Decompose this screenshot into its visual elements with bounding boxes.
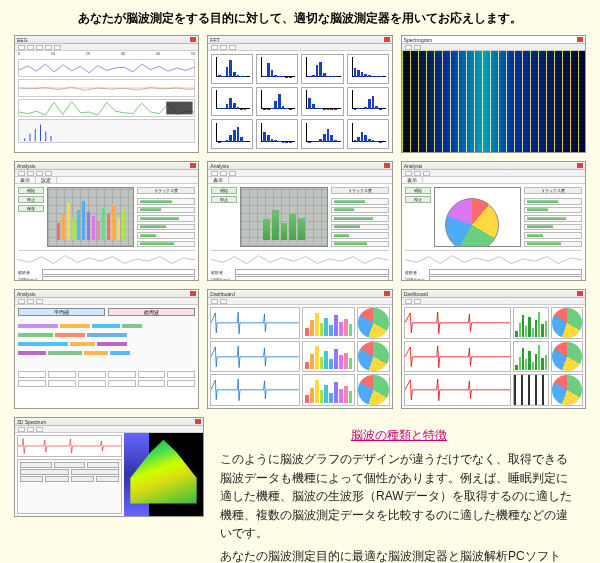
close-icon	[577, 291, 583, 296]
svg-rect-4	[30, 134, 31, 141]
svg-rect-3	[24, 138, 25, 141]
close-icon	[384, 163, 390, 168]
spectrogram-heatmap	[402, 51, 585, 152]
stop-button[interactable]: 停止	[18, 196, 44, 203]
close-icon	[577, 163, 583, 168]
screenshot-eeg-waves: EEG 01020304050	[14, 35, 199, 153]
link-brainwave-types[interactable]: 脳波の種類と特徴	[220, 425, 578, 444]
start-button[interactable]: 開始	[18, 187, 44, 194]
pie-chart	[445, 198, 499, 247]
svg-rect-2	[19, 120, 194, 142]
window-title: EEG	[17, 37, 28, 43]
close-icon	[190, 291, 196, 296]
close-icon	[190, 37, 196, 42]
screenshot-pie: Analysis 表示 開始停止 リラックス度 被験者記録データ	[401, 161, 586, 281]
close-icon	[577, 37, 583, 42]
close-icon	[384, 37, 390, 42]
screenshot-grid: EEG 01020304050 FFT Spectrogram	[14, 35, 586, 409]
description-block: 脳波の種類と特徴 このように脳波グラフのデザインが違うだけでなく、取得できる脳波…	[212, 417, 586, 563]
svg-rect-5	[35, 129, 36, 141]
screenshot-histograms: FFT	[207, 35, 392, 153]
description-paragraph-1: このように脳波グラフのデザインが違うだけでなく、取得できる脳波データも機種によっ…	[220, 450, 578, 543]
save-button[interactable]: 保存	[18, 205, 44, 212]
screenshot-3d-spectrum: 3D Spectrum	[14, 417, 204, 517]
svg-rect-6	[40, 125, 41, 141]
svg-rect-8	[51, 136, 52, 141]
screenshot-dashboard-a: Dashboard	[207, 289, 392, 409]
close-icon	[195, 419, 201, 424]
svg-rect-7	[45, 131, 46, 141]
close-icon	[190, 163, 196, 168]
screenshot-spectrogram: Spectrogram	[401, 35, 586, 153]
page-heading: あなたが脳波測定をする目的に対して、適切な脳波測定器を用いてお応えします。	[14, 10, 586, 27]
svg-rect-1	[166, 102, 192, 115]
screenshot-bandpower-small: Analysis 表示 開始停止 リラックス度 被験者記録データ	[207, 161, 392, 281]
close-icon	[384, 291, 390, 296]
screenshot-bandpower-3d: Analysis 表示設定 開始 停止 保存 リラックス度 被験者記録データ	[14, 161, 199, 281]
screenshot-dashboard-b: Dashboard	[401, 289, 586, 409]
screenshot-timeline: Analysis 平均値総周波	[14, 289, 199, 409]
description-paragraph-2: あなたの脳波測定目的に最適な脳波測定器と脳波解析PCソフトを、多彩なラインナップ…	[220, 547, 578, 563]
